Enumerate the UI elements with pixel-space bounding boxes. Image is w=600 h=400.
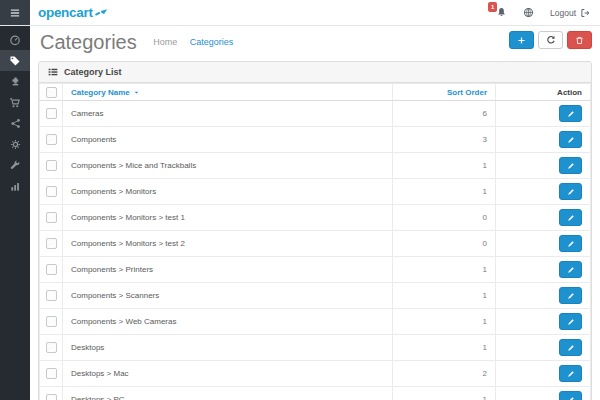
pencil-icon	[567, 292, 575, 300]
sign-out-icon	[580, 8, 590, 18]
tachometer-icon	[9, 34, 21, 46]
sort-order-value: 1	[393, 283, 496, 309]
pencil-icon	[567, 136, 575, 144]
sort-order-value: 1	[393, 257, 496, 283]
sidebar-item-marketing[interactable]	[0, 113, 30, 134]
table-row: Components > Monitors 1	[40, 179, 591, 205]
stores-button[interactable]	[523, 7, 534, 18]
category-name: Components > Mice and Trackballs	[71, 161, 196, 170]
menu-toggle-button[interactable]	[0, 0, 30, 25]
edit-button[interactable]	[559, 391, 582, 400]
breadcrumb: Home Categories	[153, 37, 243, 47]
category-name: Desktops	[71, 343, 104, 352]
category-name: Desktops > PC	[71, 395, 125, 400]
refresh-button[interactable]	[538, 31, 563, 49]
row-checkbox[interactable]	[46, 394, 57, 400]
toolbar	[509, 31, 592, 49]
category-name: Components > Monitors > test 1	[71, 213, 185, 222]
refresh-icon	[546, 35, 556, 45]
category-name: Components > Scanners	[71, 291, 159, 300]
sidebar-item-reports[interactable]	[0, 176, 30, 197]
table-row: Desktops > Mac 2	[40, 361, 591, 387]
edit-button[interactable]	[559, 261, 582, 278]
page-header: Categories Home Categories	[30, 25, 600, 61]
wrench-icon	[10, 160, 21, 171]
top-header: opencart 1 Logout	[0, 0, 600, 26]
select-all-checkbox[interactable]	[46, 87, 57, 98]
pencil-icon	[567, 396, 575, 400]
sidebar-item-catalog[interactable]	[0, 50, 30, 71]
edit-button[interactable]	[559, 157, 582, 174]
sidebar-item-tools[interactable]	[0, 155, 30, 176]
pencil-icon	[567, 370, 575, 378]
sort-order-value: 1	[393, 179, 496, 205]
row-checkbox[interactable]	[46, 290, 57, 301]
logout-button[interactable]: Logout	[550, 8, 590, 18]
tag-icon	[9, 55, 21, 67]
edit-button[interactable]	[559, 209, 582, 226]
sort-order-value: 1	[393, 387, 496, 400]
cart-icon	[9, 97, 21, 109]
edit-button[interactable]	[559, 287, 582, 304]
row-checkbox[interactable]	[46, 160, 57, 171]
pencil-icon	[567, 344, 575, 352]
globe-icon	[523, 7, 534, 18]
gear-icon	[10, 139, 21, 150]
table-row: Components > Mice and Trackballs 1	[40, 153, 591, 179]
delete-button[interactable]	[567, 31, 592, 49]
table-row: Components > Web Cameras 1	[40, 309, 591, 335]
row-checkbox[interactable]	[46, 108, 57, 119]
edit-button[interactable]	[559, 183, 582, 200]
table-row: Cameras 6	[40, 101, 591, 127]
sort-by-name-link[interactable]: Category Name	[71, 88, 140, 97]
category-name: Components > Web Cameras	[71, 317, 176, 326]
page-title: Categories	[40, 31, 137, 54]
table-row: Components > Monitors > test 2 0	[40, 231, 591, 257]
add-new-button[interactable]	[509, 31, 534, 49]
table-row: Components > Scanners 1	[40, 283, 591, 309]
column-header-name: Category Name	[71, 88, 130, 97]
pencil-icon	[567, 318, 575, 326]
edit-button[interactable]	[559, 339, 582, 356]
pencil-icon	[567, 266, 575, 274]
logo[interactable]: opencart	[38, 0, 108, 25]
panel-heading: Category List	[39, 62, 591, 83]
pencil-icon	[567, 240, 575, 248]
notifications-button[interactable]: 1	[496, 7, 507, 18]
sort-order-value: 1	[393, 335, 496, 361]
sort-order-value: 0	[393, 205, 496, 231]
breadcrumb-home[interactable]: Home	[153, 37, 177, 47]
row-checkbox[interactable]	[46, 264, 57, 275]
sidebar-item-sales[interactable]	[0, 92, 30, 113]
breadcrumb-categories[interactable]: Categories	[190, 37, 234, 47]
edit-button[interactable]	[559, 131, 582, 148]
row-checkbox[interactable]	[46, 238, 57, 249]
table-body: Cameras 6 Components 3 Components > Mice…	[40, 101, 591, 400]
edit-button[interactable]	[559, 365, 582, 382]
row-checkbox[interactable]	[46, 342, 57, 353]
category-name: Cameras	[71, 109, 103, 118]
main-content: Categories Home Categories	[30, 25, 600, 400]
panel-title: Category List	[64, 67, 122, 77]
topbar-actions: 1 Logout	[496, 0, 590, 25]
bell-icon	[496, 7, 507, 18]
sidebar-item-extensions[interactable]	[0, 71, 30, 92]
edit-button[interactable]	[559, 105, 582, 122]
edit-button[interactable]	[559, 313, 582, 330]
row-checkbox[interactable]	[46, 368, 57, 379]
sort-by-order-link[interactable]: Sort Order	[447, 88, 487, 97]
category-name: Components > Monitors	[71, 187, 156, 196]
pencil-icon	[567, 214, 575, 222]
row-checkbox[interactable]	[46, 316, 57, 327]
sidebar-item-dashboard[interactable]	[0, 29, 30, 50]
row-checkbox[interactable]	[46, 212, 57, 223]
notification-badge: 1	[488, 2, 497, 12]
row-checkbox[interactable]	[46, 134, 57, 145]
sort-order-value: 3	[393, 127, 496, 153]
sidebar-item-system[interactable]	[0, 134, 30, 155]
row-checkbox[interactable]	[46, 186, 57, 197]
edit-button[interactable]	[559, 235, 582, 252]
plus-icon	[517, 36, 526, 45]
table-row: Components > Monitors > test 1 0	[40, 205, 591, 231]
table-row: Desktops > PC 1	[40, 387, 591, 400]
